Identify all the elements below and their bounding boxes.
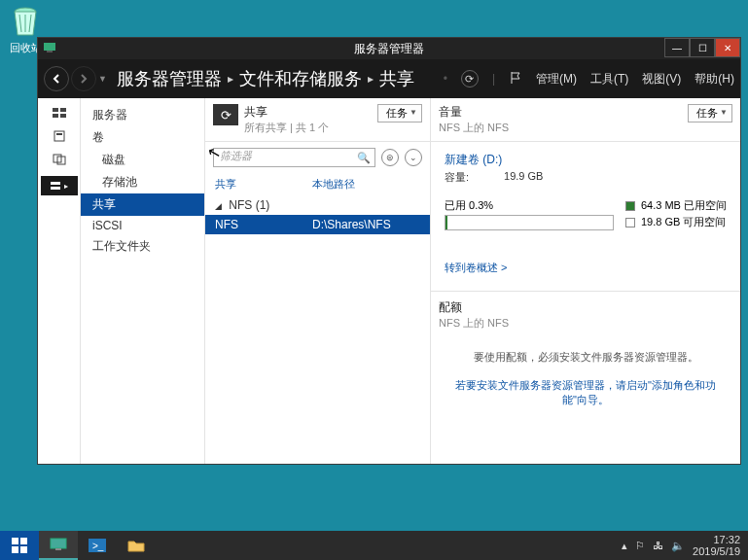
quota-install-link[interactable]: 若要安装文件服务器资源管理器，请启动"添加角色和功能"向导。 (431, 374, 740, 411)
volume-name: 新建卷 (D:) (445, 152, 727, 168)
sidebar-item-storage-pools[interactable]: 存储池 (81, 171, 204, 193)
chevron-right-icon: ▸ (368, 72, 374, 86)
share-name: NFS (215, 218, 312, 231)
breadcrumb-2[interactable]: 共享 (379, 67, 414, 90)
share-group-label: NFS (1) (229, 198, 269, 212)
search-icon[interactable]: 🔍 (357, 152, 371, 164)
svg-rect-14 (20, 538, 27, 544)
rail-all-servers-icon[interactable] (50, 153, 69, 166)
nav-back-button[interactable] (44, 66, 69, 91)
usage-bar (445, 215, 614, 230)
rail-servers-icon[interactable] (50, 129, 69, 143)
shares-title: 共享 (244, 104, 329, 121)
svg-rect-11 (51, 182, 60, 185)
pipe: • (444, 72, 447, 86)
used-percent-label: 已用 0.3% (445, 198, 614, 213)
svg-rect-3 (53, 108, 58, 112)
header-bar: ▼ 服务器管理器 ▸ 文件和存储服务 ▸ 共享 • ⟳ | 管理(M) 工具(T… (38, 59, 740, 98)
menu-manage[interactable]: 管理(M) (536, 71, 577, 88)
svg-rect-15 (12, 546, 18, 553)
filter-input[interactable]: 筛选器 🔍 (213, 148, 375, 167)
share-path: D:\Shares\NFS (312, 218, 391, 231)
pipe: | (492, 72, 495, 86)
minimize-button[interactable]: — (664, 38, 690, 57)
col-header-path[interactable]: 本地路径 (312, 177, 355, 192)
legend-used-label: 64.3 MB 已用空间 (641, 198, 727, 213)
filter-options-button[interactable]: ⊜ (381, 149, 399, 166)
nav-dropdown-icon[interactable]: ▼ (98, 74, 107, 84)
filter-placeholder: 筛选器 (220, 150, 252, 161)
clock[interactable]: 17:32 2019/5/19 (693, 534, 740, 557)
clock-time: 17:32 (693, 534, 740, 545)
chevron-right-icon: ▸ (228, 72, 233, 86)
svg-rect-18 (55, 548, 61, 550)
taskbar-server-manager[interactable] (39, 531, 78, 560)
capacity-value: 19.9 GB (504, 170, 543, 185)
tray-sound-icon[interactable]: 🔈 (671, 540, 685, 552)
menu-tools[interactable]: 工具(T) (590, 71, 628, 88)
svg-text:>_: >_ (92, 541, 104, 551)
titlebar[interactable]: 服务器管理器 — ☐ ✕ (38, 38, 740, 59)
flag-icon[interactable] (509, 71, 522, 88)
quota-title: 配额 (439, 299, 732, 316)
volume-panel: 音量 NFS 上的 NFS 任务 新建卷 (D:) 容量: 19.9 GB 已用… (431, 98, 740, 464)
menu-view[interactable]: 视图(V) (642, 71, 681, 88)
rail-dashboard-icon[interactable] (50, 106, 69, 120)
legend-free-swatch (625, 218, 635, 228)
window-title: 服务器管理器 (354, 41, 424, 57)
svg-rect-4 (60, 108, 66, 112)
close-button[interactable]: ✕ (715, 38, 740, 57)
capacity-label: 容量: (445, 170, 469, 185)
sidebar-item-iscsi[interactable]: iSCSI (81, 216, 204, 235)
taskbar-powershell[interactable]: >_ (78, 531, 117, 560)
nav-forward-button[interactable] (71, 66, 96, 91)
taskbar-explorer[interactable] (117, 531, 156, 560)
usage-bar-fill (445, 216, 447, 229)
sidebar-item-disks[interactable]: 磁盘 (81, 149, 204, 171)
shares-tasks-button[interactable]: 任务 (377, 104, 422, 122)
svg-rect-5 (53, 114, 58, 118)
breadcrumb[interactable]: 服务器管理器 ▸ 文件和存储服务 ▸ 共享 (117, 67, 414, 90)
refresh-shares-icon[interactable]: ⟳ (213, 104, 238, 125)
taskbar: >_ ▴ ⚐ 🖧 🔈 17:32 2019/5/19 (0, 531, 748, 560)
svg-rect-2 (47, 51, 53, 52)
refresh-icon[interactable]: ⟳ (461, 70, 479, 88)
rail-file-services-icon[interactable]: ▸ (41, 176, 78, 195)
svg-rect-17 (51, 539, 66, 548)
svg-rect-8 (56, 133, 62, 135)
sidebar-item-servers[interactable]: 服务器 (81, 104, 204, 126)
start-button[interactable] (0, 531, 39, 560)
volume-tasks-button[interactable]: 任务 (688, 104, 732, 122)
sidebar: 服务器 卷 磁盘 存储池 共享 iSCSI 工作文件夹 (81, 98, 205, 464)
svg-rect-6 (60, 114, 66, 118)
breadcrumb-0[interactable]: 服务器管理器 (117, 67, 222, 90)
breadcrumb-1[interactable]: 文件和存储服务 (239, 67, 362, 90)
sidebar-item-volumes[interactable]: 卷 (81, 126, 204, 149)
maximize-button[interactable]: ☐ (690, 38, 715, 57)
shares-panel: ⟳ 共享 所有共享 | 共 1 个 任务 筛选器 🔍 ⊜ ⌄ (205, 98, 431, 464)
svg-rect-13 (12, 538, 18, 544)
sidebar-item-shares[interactable]: 共享 (81, 193, 204, 216)
tray-arrow-icon[interactable]: ▴ (622, 540, 627, 552)
share-row[interactable]: NFS D:\Shares\NFS (205, 215, 430, 234)
clock-date: 2019/5/19 (693, 545, 740, 557)
triangle-down-icon: ◢ (215, 201, 222, 211)
volume-title: 音量 (439, 104, 509, 121)
tray-flag-icon[interactable]: ⚐ (635, 540, 645, 552)
col-header-share[interactable]: 共享 (215, 177, 312, 192)
shares-subtitle: 所有共享 | 共 1 个 (244, 121, 329, 135)
tray-network-icon[interactable]: 🖧 (653, 540, 663, 551)
menu-help[interactable]: 帮助(H) (695, 71, 734, 88)
goto-volume-overview-link[interactable]: 转到卷概述 > (445, 261, 507, 275)
svg-rect-1 (44, 43, 55, 51)
app-icon (42, 40, 57, 55)
svg-rect-7 (54, 131, 64, 141)
server-manager-window: 服务器管理器 — ☐ ✕ ▼ 服务器管理器 ▸ 文件和存储服务 ▸ 共享 • ⟳ (37, 37, 741, 465)
quota-subtitle: NFS 上的 NFS (439, 316, 732, 331)
legend-free-label: 19.8 GB 可用空间 (641, 215, 726, 229)
sidebar-item-work-folders[interactable]: 工作文件夹 (81, 235, 204, 258)
svg-rect-12 (51, 187, 60, 190)
share-group-nfs[interactable]: ◢ NFS (1) (205, 195, 430, 215)
filter-expand-button[interactable]: ⌄ (405, 149, 422, 166)
svg-rect-16 (20, 546, 27, 553)
